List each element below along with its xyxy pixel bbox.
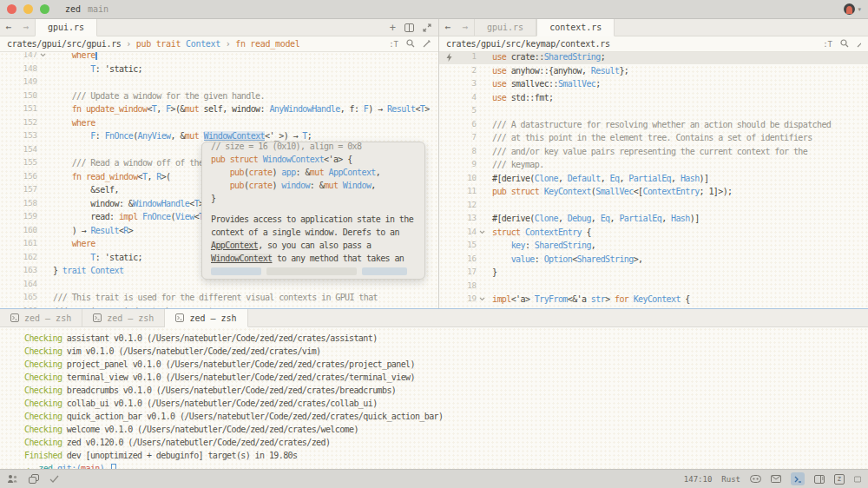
gutter[interactable]: 10 [439,172,488,186]
new-tab-icon[interactable]: + [390,22,396,34]
user-avatar[interactable] [844,3,855,15]
code-line[interactable]: 147 where [0,52,438,63]
cursor-position[interactable]: 147:10 [684,475,713,484]
code-line[interactable]: 16 value: Option<SharedString>, [439,253,868,267]
gutter[interactable]: 156 [0,170,49,184]
split-pane-icon[interactable] [404,23,414,32]
code-line[interactable]: 15 key: SharedString, [439,239,868,253]
gutter[interactable]: 157 [0,183,49,197]
doc-link[interactable]: WindowContext [211,254,272,263]
breadcrumb[interactable]: crates/gpui/src/gpui.rs › pub trait Cont… [7,39,300,49]
fold-chevron-icon[interactable] [37,53,49,57]
navigate-back-button[interactable]: ← [439,19,457,36]
gutter[interactable]: 165 [0,291,49,305]
search-icon[interactable] [840,39,849,49]
doc-link[interactable]: AppContext [211,241,258,250]
navigate-forward-button[interactable]: → [17,19,35,36]
gutter[interactable]: 162 [0,251,49,265]
code-line[interactable]: 149 [0,76,438,89]
gutter[interactable]: 152 [0,116,49,130]
terminal-tab-1[interactable]: zed — zsh [0,309,82,326]
gutter[interactable]: 151 [0,102,49,116]
gutter[interactable]: 15 [439,239,488,253]
code-line[interactable]: 14struct ContextEntry { [439,226,868,240]
tab-gpui-rs[interactable]: gpui.rs [35,19,97,36]
gutter[interactable]: 154 [0,143,49,157]
gutter[interactable]: 153 [0,129,49,143]
language-selector[interactable]: Rust [721,475,740,484]
terminal-prompt[interactable]: → zed git:(main) [24,462,868,469]
gutter[interactable]: 159 [0,210,49,224]
navigate-forward-button[interactable]: → [457,19,474,36]
gutter[interactable]: 5 [439,104,488,118]
navigate-back-button[interactable]: ← [0,19,17,36]
code-line[interactable]: 3use smallvec::SmallVec; [439,77,868,91]
code-line[interactable]: 12 [439,199,868,213]
collab-panel-icon[interactable] [29,474,39,484]
right-dock-icon[interactable] [814,475,825,484]
left-editor[interactable]: 147 where148 T: 'static;149150 /// Updat… [0,52,438,308]
copilot-icon[interactable] [750,474,761,484]
gutter[interactable]: 164 [0,278,49,292]
gutter[interactable]: 12 [439,199,488,213]
buffer-font-icon[interactable]: :T [389,40,398,49]
breadcrumb[interactable]: crates/gpui/src/keymap/context.rs [446,39,610,49]
close-window-button[interactable] [7,4,16,14]
code-line[interactable]: 166/// require a window to be present. [0,305,438,309]
inline-assist-icon[interactable] [423,39,431,49]
gutter[interactable]: 18 [439,280,488,293]
gutter[interactable]: 19 [439,293,488,307]
gutter[interactable]: 163 [0,264,49,278]
code-line[interactable]: 165/// This trait is used for the differ… [0,291,438,305]
gutter[interactable]: 13 [439,212,488,226]
code-line[interactable]: 10#[derive(Clone, Default, Eq, PartialEq… [439,172,868,186]
tab-gpui-rs[interactable]: gpui.rs [474,19,536,36]
code-line[interactable]: 20 type Error = anyhow::Error; [439,307,868,309]
zoom-pane-icon[interactable] [423,23,431,32]
code-line[interactable]: 19impl<'a> TryFrom<&'a str> for KeyConte… [439,293,868,307]
code-line[interactable]: 17} [439,266,868,280]
terminal-output[interactable]: Checking assistant v0.1.0 (/Users/natebu… [0,327,868,469]
code-line[interactable]: 4use std::fmt; [439,91,868,105]
code-line[interactable]: 18 [439,280,868,293]
code-line[interactable]: 1use crate::SharedString; [439,52,868,64]
gutter[interactable]: 11 [439,185,488,199]
code-line[interactable]: 7/// at this point in the element tree. … [439,131,868,145]
fold-chevron-icon[interactable] [477,297,488,301]
inline-assist-icon[interactable] [857,39,861,49]
gutter[interactable]: 158 [0,197,49,211]
gutter[interactable]: 148 [0,63,49,76]
code-line[interactable]: 6/// A datastructure for resolving wheth… [439,118,868,132]
gutter[interactable]: 16 [439,253,488,267]
buffer-font-icon[interactable]: :T [823,40,832,49]
code-line[interactable]: 9/// keymap. [439,158,868,172]
project-name[interactable]: zed [65,4,81,14]
gutter[interactable]: 2 [439,64,488,78]
code-action-lightning-icon[interactable] [444,53,454,62]
zoom-window-button[interactable] [40,4,49,14]
code-line[interactable]: 150 /// Update a window for the given ha… [0,89,438,103]
clipped-edge-icon[interactable] [854,475,861,484]
gutter[interactable]: 7 [439,131,488,145]
code-line[interactable]: 148 T: 'static; [0,63,438,76]
gutter[interactable]: 14 [439,226,488,240]
gutter[interactable]: 155 [0,156,49,170]
gutter[interactable]: 150 [0,89,49,103]
gutter[interactable]: 20 [439,307,488,309]
gutter[interactable]: 1 [439,52,488,64]
terminal-toggle-icon[interactable] [791,472,805,485]
gutter[interactable]: 147 [0,52,49,63]
terminal-tab-2[interactable]: zed — zsh [82,309,165,326]
code-line[interactable]: 5 [439,104,868,118]
search-icon[interactable] [406,39,415,49]
fold-chevron-icon[interactable] [477,230,488,234]
terminal-tab-3[interactable]: zed — zsh [165,309,247,327]
code-line[interactable]: 151 fn update_window<T, F>(&mut self, wi… [0,102,438,116]
git-branch-label[interactable]: main [88,4,108,14]
project-panel-icon[interactable] [7,474,18,484]
code-line[interactable]: 152 where [0,116,438,130]
gutter[interactable]: 9 [439,158,488,172]
code-line[interactable]: 13#[derive(Clone, Debug, Eq, PartialEq, … [439,212,868,226]
gutter[interactable]: 166 [0,305,49,309]
minimize-window-button[interactable] [23,4,33,14]
